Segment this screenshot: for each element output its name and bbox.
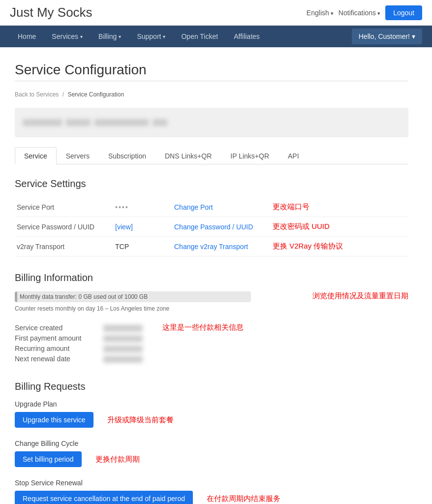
first-payment-label: First payment amount: [15, 334, 103, 342]
nav-item-open-ticket[interactable]: Open Ticket: [173, 26, 226, 47]
recurring-amount-value: [103, 346, 143, 352]
page-title: Service Configuration: [15, 62, 408, 78]
top-right-controls: English Notifications Logout: [307, 5, 422, 20]
service-password-row: Service Password / UUID [view] Change Pa…: [15, 217, 408, 237]
tabs-container: Service Servers Subscription DNS Links+Q…: [15, 147, 408, 164]
change-billing-cycle-controls: Set billing period 更换付款周期: [15, 451, 408, 467]
next-renewal-label: Next renewal date: [15, 355, 103, 363]
tab-subscription[interactable]: Subscription: [99, 147, 155, 164]
nav-left: Home Services ▾ Billing ▾ Support ▾ Open…: [10, 26, 268, 47]
recurring-amount-row: Recurring amount: [15, 345, 143, 352]
tab-ip-links[interactable]: IP Links+QR: [221, 147, 278, 164]
next-renewal-row: Next renewal date: [15, 355, 143, 363]
title-divider: [15, 81, 408, 81]
services-arrow-icon: ▾: [80, 34, 83, 39]
service-password-value[interactable]: [view]: [113, 217, 172, 237]
service-created-label: Service created: [15, 324, 103, 332]
v2ray-transport-label: v2ray Transport: [15, 237, 113, 256]
stop-renewal-controls: Request service cancellation at the end …: [15, 491, 408, 504]
nav-item-affiliates[interactable]: Affiliates: [226, 26, 268, 47]
blur-block-1: [23, 119, 62, 126]
upgrade-plan-note: 升级或降级当前套餐: [107, 415, 174, 425]
billing-requests-title: Billing Requests: [15, 381, 408, 392]
nav-bar: Home Services ▾ Billing ▾ Support ▾ Open…: [0, 26, 432, 47]
service-settings-table: Service Port •••• Change Port 更改端口号 Serv…: [15, 197, 408, 256]
upgrade-service-button[interactable]: Upgrade this service: [15, 412, 93, 428]
counter-reset-note: Counter resets monthly on day 16 – Los A…: [15, 305, 293, 312]
breadcrumb-parent[interactable]: Back to Services: [15, 91, 59, 98]
billing-arrow-icon: ▾: [119, 34, 121, 39]
main-content: Service Configuration Back to Services /…: [0, 47, 423, 504]
billing-details: Service created First payment amount Rec…: [15, 324, 143, 365]
change-port-note: 更改端口号: [271, 197, 408, 217]
billing-info-section: Billing Information Monthly data transfe…: [15, 272, 408, 365]
change-billing-cycle-group: Change Billing Cycle Set billing period …: [15, 440, 408, 467]
change-password-action[interactable]: Change Password / UUID: [172, 217, 271, 237]
change-billing-cycle-label: Change Billing Cycle: [15, 440, 408, 447]
brand-title: Just My Socks: [10, 5, 93, 20]
v2ray-transport-value: TCP: [113, 237, 172, 256]
tab-service[interactable]: Service: [15, 147, 57, 164]
blur-block-4: [153, 119, 167, 126]
first-payment-value: [103, 335, 143, 342]
service-port-label: Service Port: [15, 197, 113, 217]
nav-item-home[interactable]: Home: [10, 26, 44, 47]
v2ray-transport-row: v2ray Transport TCP Change v2ray Transpo…: [15, 237, 408, 256]
progress-label: Monthly data transfer: 0 GB used out of …: [20, 293, 148, 300]
request-cancellation-button[interactable]: Request service cancellation at the end …: [15, 491, 193, 504]
stop-renewal-label: Stop Service Renewal: [15, 479, 408, 487]
tab-dns-links[interactable]: DNS Links+QR: [155, 147, 221, 164]
next-renewal-value: [103, 356, 143, 363]
change-port-action[interactable]: Change Port: [172, 197, 271, 217]
nav-item-support[interactable]: Support ▾: [129, 26, 173, 47]
nav-item-services[interactable]: Services ▾: [44, 26, 91, 47]
billing-details-note: 这里是一些付款相关信息: [162, 323, 244, 332]
blur-block-2: [66, 119, 91, 126]
change-billing-cycle-note: 更换付款周期: [95, 455, 140, 464]
service-port-value: ••••: [113, 197, 172, 217]
billing-info-title: Billing Information: [15, 272, 408, 284]
service-settings-section: Service Settings Service Port •••• Chang…: [15, 178, 408, 256]
top-bar: Just My Socks English Notifications Logo…: [0, 0, 432, 26]
first-payment-row: First payment amount: [15, 334, 143, 342]
blur-block-3: [94, 119, 149, 126]
stop-renewal-group: Stop Service Renewal Request service can…: [15, 479, 408, 504]
recurring-amount-label: Recurring amount: [15, 345, 103, 352]
tab-api[interactable]: API: [278, 147, 309, 164]
blurred-image-area: [15, 108, 408, 137]
nav-item-billing[interactable]: Billing ▾: [91, 26, 129, 47]
set-billing-period-button[interactable]: Set billing period: [15, 451, 82, 467]
service-password-label: Service Password / UUID: [15, 217, 113, 237]
stop-renewal-note: 在付款周期内结束服务: [207, 494, 280, 504]
billing-requests-section: Billing Requests Upgrade Plan Upgrade th…: [15, 381, 408, 504]
breadcrumb-current: Service Configuration: [67, 91, 124, 98]
service-port-row: Service Port •••• Change Port 更改端口号: [15, 197, 408, 217]
language-button[interactable]: English: [307, 9, 334, 17]
service-created-row: Service created: [15, 324, 143, 332]
user-menu-button[interactable]: Hello, Customer! ▾: [352, 29, 422, 44]
blurred-content: [23, 119, 167, 126]
change-v2ray-note: 更换 V2Ray 传输协议: [271, 237, 408, 256]
change-v2ray-action[interactable]: Change v2ray Transport: [172, 237, 271, 256]
change-password-note: 更改密码或 UUID: [271, 217, 408, 237]
breadcrumb-separator: /: [62, 91, 64, 98]
user-menu-label: Hello, Customer!: [359, 32, 410, 40]
breadcrumb: Back to Services / Service Configuration: [15, 91, 408, 98]
user-menu-arrow-icon: ▾: [412, 32, 415, 40]
service-settings-title: Service Settings: [15, 178, 408, 189]
notifications-button[interactable]: Notifications: [339, 9, 380, 17]
upgrade-plan-group: Upgrade Plan Upgrade this service 升级或降级当…: [15, 400, 408, 428]
progress-bar-fill: [15, 291, 17, 302]
data-transfer-progress-bar: Monthly data transfer: 0 GB used out of …: [15, 291, 251, 302]
tab-servers[interactable]: Servers: [57, 147, 99, 164]
billing-usage-note: 浏览使用情况及流量重置日期: [312, 291, 408, 301]
support-arrow-icon: ▾: [163, 34, 165, 39]
upgrade-plan-label: Upgrade Plan: [15, 400, 408, 408]
logout-button[interactable]: Logout: [385, 5, 422, 20]
service-created-value: [103, 325, 143, 332]
upgrade-plan-controls: Upgrade this service 升级或降级当前套餐: [15, 412, 408, 428]
